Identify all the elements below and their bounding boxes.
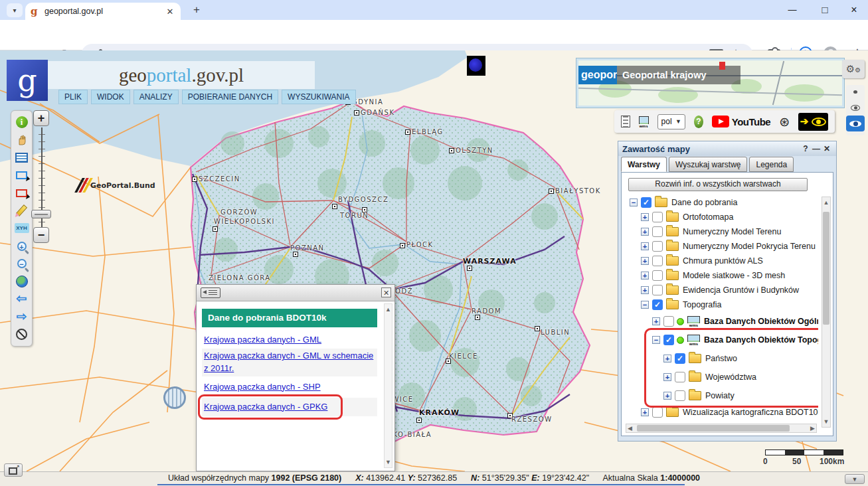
map-canvas[interactable]: GDYNIAGDAŃSKELBLĄGOLSZTYNBIAŁYSTOKSZCZEC… [0,50,868,471]
expand-toggle-icon[interactable]: − [641,301,649,309]
layer-label[interactable]: Baza Danych Obiektów Topograficzn [704,335,818,345]
panel-horizontal-scrollbar[interactable]: ◀ ▶ [626,424,817,433]
help-button[interactable]: ? [694,116,703,128]
deselect-rectangle-button[interactable] [15,186,29,201]
expand-toggle-icon[interactable]: + [641,286,649,294]
panel-vscroll-thumb[interactable] [823,212,829,325]
grid-view-icon[interactable] [621,116,630,127]
layer-checkbox[interactable]: ✓ [652,299,663,310]
layer-checkbox[interactable] [663,316,674,327]
panel-hscroll-thumb[interactable] [637,425,790,432]
tab-close-icon[interactable]: ✕ [165,7,175,17]
pan-tool-button[interactable] [15,133,29,147]
expand-toggle-icon[interactable]: + [641,228,649,236]
layer-checkbox[interactable]: ✓ [675,353,685,364]
zoom-out-button[interactable]: − [33,227,49,243]
expand-toggle-icon[interactable]: + [641,272,649,280]
layer-label[interactable]: Ewidencja Gruntów i Budynków [683,285,799,295]
dialog-scroll-down-icon[interactable]: ▼ [385,457,392,467]
expand-toggle-icon[interactable]: + [652,317,660,325]
layer-label[interactable]: Powiaty [705,391,735,400]
tab-search-chevron-icon[interactable]: ▾ [7,3,23,17]
layer-label[interactable]: Topografia [683,300,721,309]
menu-item-wyszukiwania[interactable]: WYSZUKIWANIA [282,90,356,104]
wms-services-icon[interactable] [639,116,649,127]
menu-item-plik[interactable]: PLIK [58,90,88,104]
full-extent-button[interactable] [15,274,29,289]
back-to-list-icon[interactable] [201,287,220,298]
statusbar-expand-button[interactable] [4,463,23,477]
layer-checkbox[interactable]: ✓ [641,197,651,208]
layer-label[interactable]: Województwa [705,372,756,382]
layer-label[interactable]: Dane do pobrania [671,198,737,207]
layer-checkbox[interactable] [652,256,663,266]
window-minimize-button[interactable]: — [779,0,806,20]
menu-item-analizy[interactable]: ANALIZY [133,90,179,104]
expand-toggle-icon[interactable]: + [663,355,671,363]
expand-toggle-icon[interactable]: − [652,336,660,344]
info-tool-button[interactable]: i [15,115,29,129]
expand-toggle-icon[interactable]: − [630,199,638,206]
zoom-slider-handle[interactable] [31,210,51,218]
download-link[interactable]: Krajowa paczka danych - SHP [202,381,321,394]
layer-checkbox[interactable]: ✓ [663,335,674,345]
download-link[interactable]: Krajowa paczka danych - GML w schemacie … [202,350,377,375]
layer-checkbox[interactable] [652,212,663,222]
panel-close-icon[interactable]: ✕ [822,144,832,153]
layer-label[interactable]: Numeryczny Model Terenu [683,227,781,236]
geoportal-logo[interactable]: g [7,60,48,101]
expand-toggle-icon[interactable]: + [663,392,671,400]
layer-visibility-button[interactable] [846,116,865,131]
high-contrast-toggle[interactable]: ➔ [798,113,828,131]
tab-warstwy[interactable]: Warstwy [621,157,667,172]
zoom-in-button[interactable]: + [33,110,49,126]
layer-label[interactable]: Chmura punktów ALS [683,256,763,266]
draw-measure-button[interactable] [15,203,29,218]
scroll-left-icon[interactable]: ◀ [628,424,632,433]
overview-minimap[interactable]: geoportal Geoportal krajowy [576,58,844,108]
tab-legenda[interactable]: Legenda [749,157,794,172]
previous-view-button[interactable]: ⇦ [15,291,29,306]
window-maximize-button[interactable]: □ [812,0,838,20]
layer-checkbox[interactable] [652,270,663,281]
layer-label[interactable]: Baza Danych Obiektów Ogólnogeogr [704,317,818,326]
youtube-link[interactable]: YouTube [712,116,770,127]
expand-all-layers-button[interactable]: Rozwiń inf. o wszystkich warstwach [628,178,808,191]
browser-tab[interactable]: g geoportal.gov.pl ✕ [25,3,181,20]
scroll-down-icon[interactable]: ▼ [822,417,830,426]
dialog-close-icon[interactable]: ✕ [381,287,391,297]
menu-item-pobieranie-danych[interactable]: POBIERANIE DANYCH [182,90,278,104]
layer-checkbox[interactable] [652,285,663,295]
small-eye-icon[interactable] [851,105,860,111]
layer-checkbox[interactable] [675,390,685,401]
map-settings-button[interactable]: ⚙⚙ [842,60,865,78]
opacity-dot-icon[interactable] [853,90,857,94]
layer-label[interactable]: Państwo [705,354,737,363]
expand-toggle-icon[interactable]: + [641,213,649,221]
accessibility-wheel-icon[interactable]: ⊛ [779,116,790,128]
expand-toggle-icon[interactable]: + [663,373,671,381]
expand-toggle-icon[interactable]: + [641,257,649,265]
statusbar-collapse-button[interactable]: ▼ [845,474,865,484]
layer-checkbox[interactable] [675,372,685,382]
layer-label[interactable]: Ortofotomapa [683,212,733,222]
panel-minimize-icon[interactable]: — [811,144,822,153]
layer-label[interactable]: Modele siatkowe - 3D mesh [683,271,785,280]
coordinates-xyh-button[interactable]: XYH [15,221,29,236]
download-link[interactable]: Krajowa paczka danych - GML [202,334,321,347]
layer-label[interactable]: Wizualizacja kartograficzna BDOT10k [683,408,818,417]
expand-toggle-icon[interactable]: + [641,242,649,250]
zoom-out-tool-button[interactable]: − [15,256,29,271]
layer-checkbox[interactable] [652,407,663,418]
expand-toggle-icon[interactable]: + [641,408,649,416]
window-close-button[interactable]: × [841,0,867,20]
clear-selection-button[interactable] [15,327,29,342]
layer-checkbox[interactable] [652,226,663,237]
scroll-up-icon[interactable]: ▲ [822,198,830,207]
tab-wyszukaj-warstwę[interactable]: Wyszukaj warstwę [669,157,748,172]
dialog-scrollbar[interactable]: ▲ ▼ [384,303,392,468]
scroll-right-icon[interactable]: ▶ [810,424,815,433]
menu-item-widok[interactable]: WIDOK [91,90,130,104]
dialog-scroll-up-icon[interactable]: ▲ [385,305,392,314]
layer-checkbox[interactable] [652,241,663,252]
